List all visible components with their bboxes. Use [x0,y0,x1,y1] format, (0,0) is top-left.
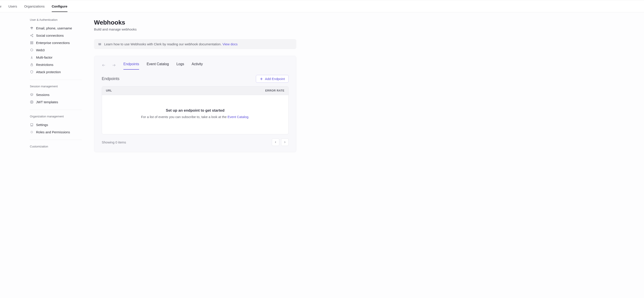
svg-rect-11 [31,64,33,66]
page-subtitle: Build and manage webhooks [94,28,296,31]
svg-point-1 [30,35,31,36]
topnav-tab[interactable]: Organizations [24,1,45,12]
sidebar-item-label: Email, phone, username [36,26,72,30]
sidebar-item-jwt-templates[interactable]: JWT templates [30,98,82,106]
share-icon [30,34,34,37]
add-endpoint-button[interactable]: Add Endpoint [256,75,288,83]
docs-banner: Learn how to use Webhooks with Clerk by … [94,39,296,49]
sidebar-item-roles-permissions[interactable]: Roles and Permissions [30,128,82,136]
table-header: URL ERROR RATE [102,86,288,95]
sidebar-section-title: Organization management [30,115,82,118]
sidebar-item-settings[interactable]: Settings [30,121,82,128]
sidebar-item-label: Web3 [36,48,45,52]
sidebar-item-label: Multi-factor [36,56,52,59]
svg-rect-14 [30,124,33,126]
panel-tab-row: Endpoints Event Catalog Logs Activity [102,61,288,70]
sidebar-item-enterprise-connections[interactable]: Enterprise connections [30,39,82,46]
nav-back-icon[interactable] [102,63,106,67]
sidebar-item-email-phone-username[interactable]: Email, phone, username [30,24,82,32]
svg-rect-6 [32,42,33,42]
sidebar-item-label: Roles and Permissions [36,130,70,134]
empty-state-desc: For a list of events you can subscribe t… [106,115,284,119]
sidebar-item-label: Enterprise connections [36,41,70,45]
topnav-tab-configure[interactable]: Configure [52,1,68,12]
svg-line-3 [31,35,32,35]
sidebar-item-label: Attack protection [36,70,61,74]
top-navbar: view Users Organizations Configure [0,0,644,12]
page-next-button[interactable] [281,138,288,146]
building-icon [30,123,34,127]
endpoints-table: URL ERROR RATE Set up an endpoint to get… [102,86,288,134]
sidebar-item-social-connections[interactable]: Social connections [30,32,82,39]
svg-point-0 [32,34,33,35]
main-content: Webhooks Build and manage webhooks Learn… [82,12,305,161]
gear-icon [30,100,34,104]
sidebar-item-label: Sessions [36,93,50,96]
view-docs-link[interactable]: View docs [222,42,238,46]
shield-icon [30,70,34,74]
sidebar-item-label: Restrictions [36,63,53,66]
sidebar-item-restrictions[interactable]: Restrictions [30,61,82,68]
svg-rect-19 [32,126,32,126]
empty-state-title: Set up an endpoint to get started [106,108,284,113]
topnav-tab[interactable]: view [0,1,1,12]
svg-rect-5 [30,42,31,42]
sidebar-section-title: Session management [30,85,82,88]
svg-rect-7 [30,43,31,44]
column-url: URL [106,89,112,92]
webhooks-panel: Endpoints Event Catalog Logs Activity En… [94,56,296,152]
plus-icon [260,77,263,81]
add-endpoint-label: Add Endpoint [265,77,285,81]
sidebar-item-multi-factor[interactable]: Multi-factor [30,54,82,61]
event-catalog-link[interactable]: Event Catalog [228,115,248,119]
hexagon-icon [30,48,34,52]
sparkle-icon [30,130,34,134]
panel-tab-logs[interactable]: Logs [176,61,184,70]
sidebar-section-title: User & Authentication [30,18,82,22]
svg-point-13 [31,102,32,102]
grid-icon [30,41,34,45]
sidebar-item-label: Social connections [36,34,64,37]
svg-rect-8 [32,43,33,44]
fingerprint-icon [30,26,34,30]
topnav-tab[interactable]: Users [8,1,17,12]
nav-forward-icon[interactable] [112,63,116,67]
book-icon [98,42,102,46]
showing-count: Showing 0 items [102,140,126,144]
column-error-rate: ERROR RATE [265,89,284,92]
sidebar: User & Authentication Email, phone, user… [0,12,82,160]
panel-tab-activity[interactable]: Activity [192,61,203,70]
sidebar-section-title: Customization [30,145,82,148]
page-prev-button[interactable] [272,138,279,146]
layers-icon [30,93,34,96]
page-title: Webhooks [94,19,296,26]
panel-subtitle: Endpoints [102,76,120,81]
empty-state: Set up an endpoint to get started For a … [102,95,288,134]
download-icon [30,56,34,59]
sidebar-item-sessions[interactable]: Sessions [30,91,82,98]
divider [30,140,82,140]
panel-tab-event-catalog[interactable]: Event Catalog [146,61,169,70]
sidebar-item-label: Settings [36,123,48,127]
svg-line-4 [31,36,32,36]
sidebar-item-label: JWT templates [36,100,58,104]
banner-text: Learn how to use Webhooks with Clerk by … [104,42,238,46]
svg-marker-12 [30,93,33,95]
sidebar-item-attack-protection[interactable]: Attack protection [30,68,82,76]
svg-point-2 [32,36,33,37]
panel-tab-endpoints[interactable]: Endpoints [124,61,139,70]
pagination [272,138,288,146]
divider [30,80,82,80]
sidebar-item-web3[interactable]: Web3 [30,46,82,54]
lock-icon [30,63,34,66]
